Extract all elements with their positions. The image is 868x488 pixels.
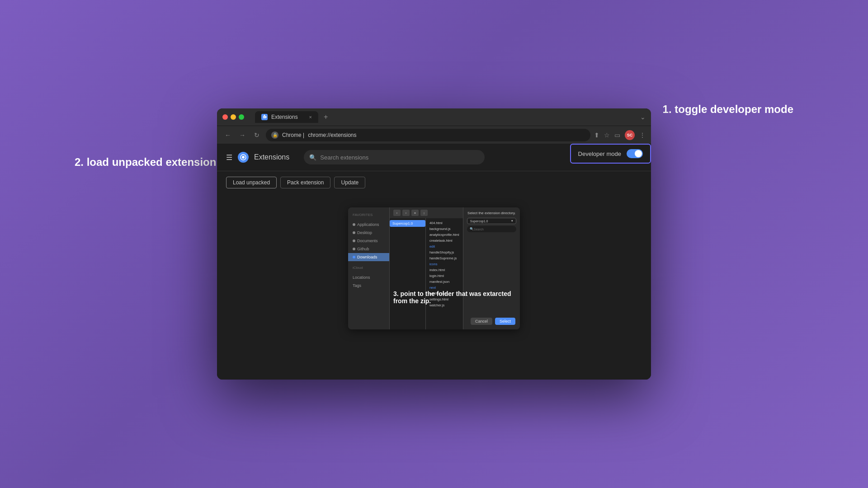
developer-mode-toggle[interactable] — [627, 149, 643, 158]
search-bar[interactable]: 🔍 Search extensions — [304, 150, 485, 164]
minimize-button[interactable] — [231, 114, 236, 120]
tab-close-button[interactable]: × — [309, 114, 312, 120]
file-manifest[interactable]: manifest.json — [428, 279, 461, 285]
refresh-button[interactable]: ↻ — [251, 130, 262, 141]
folder-panel: Supercop1.0 — [390, 218, 426, 329]
file-background[interactable]: background.js — [428, 226, 461, 232]
dialog-search[interactable]: 🔍 Search — [467, 226, 516, 232]
traffic-lights — [222, 114, 244, 120]
bookmark-icon[interactable]: ☆ — [604, 131, 610, 139]
sidebar-locations[interactable]: Locations — [348, 273, 389, 282]
file-login[interactable]: login.html — [428, 273, 461, 279]
file-icons[interactable]: icons — [428, 261, 461, 267]
file-handlesupreme[interactable]: handleSupreme.js — [428, 255, 461, 261]
files-panel: 404.html background.js analyticsprofile.… — [426, 218, 463, 329]
back-button[interactable]: ← — [222, 130, 233, 141]
file-edit[interactable]: edit — [428, 244, 461, 249]
extensions-logo — [238, 152, 249, 163]
file-view-btn[interactable]: ≡ — [411, 210, 419, 216]
extensions-tab-label: Extensions — [271, 114, 298, 120]
extensions-page-title: Extensions — [254, 153, 289, 161]
svg-point-1 — [242, 156, 245, 159]
file-handleshopify[interactable]: handleShopify.js — [428, 249, 461, 255]
browser-window: Extensions × + ⌄ ← → ↻ 🔒 Chrome | chrome… — [217, 108, 651, 380]
file-forward-btn[interactable]: › — [402, 210, 410, 216]
file-back-btn[interactable]: ‹ — [393, 210, 401, 216]
dialog-header: Select the extension directory. — [467, 211, 516, 215]
file-sort-btn[interactable]: ↕ — [420, 210, 428, 216]
annotation-step1: 1. toggle developer mode — [663, 103, 793, 116]
window-chevron-icon: ⌄ — [640, 113, 646, 121]
dialog-select-button[interactable]: Select — [495, 318, 515, 325]
toggle-knob — [635, 150, 642, 157]
content-area: FAVORITES Applications Desktop Documents — [217, 194, 651, 380]
maximize-button[interactable] — [239, 114, 244, 120]
dialog-footer: Cancel Select — [471, 318, 515, 325]
pack-extension-button[interactable]: Pack extension — [280, 177, 330, 188]
folder-supercop[interactable]: Supercop1.0 — [390, 220, 425, 227]
new-tab-button[interactable]: + — [320, 113, 331, 121]
address-bar: ← → ↻ 🔒 Chrome | chrome://extensions ⬆ ☆… — [217, 126, 651, 144]
file-content: Supercop1.0 404.html background.js analy… — [390, 218, 463, 329]
sidebar-tags[interactable]: Tags — [348, 282, 389, 290]
avatar[interactable]: SC — [625, 130, 635, 140]
tab-bar: Extensions × + — [255, 111, 637, 123]
hamburger-icon[interactable]: ☰ — [226, 153, 232, 162]
file-index[interactable]: index.html — [428, 267, 461, 273]
sidebar-github[interactable]: Github — [348, 245, 389, 253]
sidebar-downloads[interactable]: Downloads — [348, 253, 389, 261]
file-404[interactable]: 404.html — [428, 220, 461, 226]
profile-icon[interactable]: ▭ — [614, 131, 620, 139]
title-bar: Extensions × + ⌄ — [217, 108, 651, 126]
update-button[interactable]: Update — [334, 177, 365, 188]
file-toolbar: ‹ › ≡ ↕ — [390, 207, 463, 218]
url-text: chrome://extensions — [308, 132, 356, 138]
file-dialog-screenshot: FAVORITES Applications Desktop Documents — [348, 207, 520, 329]
annotation-step3: 3. point to the folder that was extarcte… — [393, 290, 515, 305]
developer-mode-box: Developer mode — [570, 144, 651, 164]
dialog-cancel-button[interactable]: Cancel — [471, 318, 492, 325]
search-placeholder: Search extensions — [320, 154, 368, 161]
security-icon: 🔒 — [271, 131, 278, 139]
extensions-tab[interactable]: Extensions × — [255, 111, 318, 123]
toolbar: Load unpacked Pack extension Update — [217, 171, 651, 194]
address-bar-actions: ⬆ ☆ ▭ SC ⋮ — [594, 130, 646, 140]
close-button[interactable] — [222, 114, 228, 120]
extensions-tab-icon — [261, 114, 268, 120]
url-prefix: Chrome | — [282, 132, 304, 138]
file-analytics[interactable]: analyticsprofile.html — [428, 232, 461, 238]
sidebar-desktop[interactable]: Desktop — [348, 229, 389, 237]
sidebar-applications[interactable]: Applications — [348, 221, 389, 229]
file-main: ‹ › ≡ ↕ Supercop1.0 404.html background — [390, 207, 463, 329]
sidebar-documents[interactable]: Documents — [348, 237, 389, 245]
forward-button[interactable]: → — [237, 130, 248, 141]
menu-icon[interactable]: ⋮ — [639, 131, 646, 139]
folder-dropdown[interactable]: Supercop1.0 ▾ — [467, 218, 516, 224]
load-unpacked-button[interactable]: Load unpacked — [226, 177, 277, 188]
search-icon: 🔍 — [309, 154, 316, 161]
share-icon[interactable]: ⬆ — [594, 131, 599, 139]
file-dialog-sidebar: FAVORITES Applications Desktop Documents — [348, 207, 390, 329]
extensions-page: ☰ Extensions 🔍 Search extensions Load un… — [217, 144, 651, 380]
file-dialog-right-panel: Select the extension directory. Supercop… — [463, 207, 520, 329]
developer-mode-label: Developer mode — [578, 150, 621, 157]
url-bar[interactable]: 🔒 Chrome | chrome://extensions — [266, 129, 590, 141]
annotation-step2: 2. load unpacked extension — [75, 156, 216, 169]
file-dialog-inner: FAVORITES Applications Desktop Documents — [348, 207, 520, 329]
file-createtask[interactable]: createtask.html — [428, 238, 461, 244]
